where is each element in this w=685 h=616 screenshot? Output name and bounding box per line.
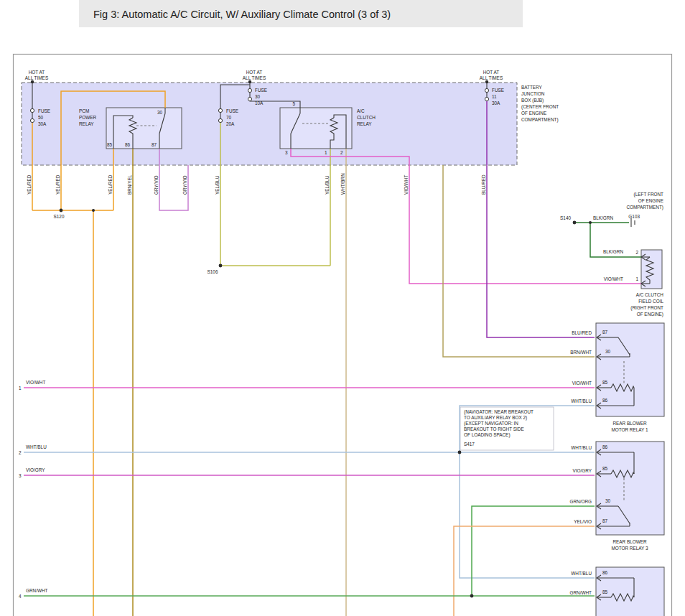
- ac-pin3: 3: [285, 150, 288, 155]
- pcm-pin86: 86: [125, 142, 131, 147]
- coil-wire2-label: BLK/GRN: [603, 249, 623, 254]
- fuse70-top: [218, 108, 222, 112]
- coil-pin2: 2: [635, 250, 638, 255]
- wiring-diagram: Fig 3: Automatic A/C Circuit, W/ Auxilia…: [0, 0, 685, 616]
- relayb-pin86: 86: [602, 570, 608, 575]
- hot3-line1: HOT AT: [483, 70, 500, 75]
- fuse70-label1: FUSE: [226, 108, 238, 113]
- note-line4: BREAKOUT TO RIGHT SIDE: [464, 426, 524, 431]
- relay3-wire-grn-org: GRN/ORG: [569, 499, 592, 504]
- fuse11-label3: 30A: [492, 101, 500, 106]
- wire-label-vio-wht: VIO/WHT: [404, 175, 409, 195]
- coil-wire1-label: VIO/WHT: [604, 276, 623, 281]
- splice-s140: S140: [560, 215, 571, 220]
- wire-label-brn-yel: BRN/YEL: [127, 174, 132, 195]
- fuse70-bottom: [218, 118, 222, 122]
- hot3-dot: [485, 80, 488, 83]
- relay1-pin85: 85: [602, 380, 608, 385]
- relay3-name2: MOTOR RELAY 3: [611, 546, 648, 551]
- wire-label-wht-brn: WHT/BRN: [340, 173, 345, 195]
- line3-num: 3: [19, 473, 22, 478]
- relay3-pin87: 87: [602, 518, 608, 523]
- fuse30-top: [248, 88, 251, 92]
- pcm-pin85: 85: [107, 142, 113, 147]
- note-line1: (NAVIGATOR: NEAR BREAKOUT: [464, 409, 533, 415]
- line4-num: 4: [19, 594, 22, 599]
- relay1-name2: MOTOR RELAY 1: [611, 427, 648, 432]
- wire-label-yel-red-1: YEL/RED: [27, 174, 32, 195]
- s120-dot: [60, 209, 63, 213]
- ac-pin1: 1: [325, 150, 327, 155]
- bjb-label3: BOX (BJB): [521, 98, 544, 103]
- coil-name3: (RIGHT FRONT: [630, 305, 663, 311]
- fuse11-bottom: [485, 97, 488, 101]
- fuse11-top: [485, 88, 488, 92]
- s120-branch-dot: [92, 209, 95, 212]
- fuse11-label2: 11: [492, 94, 497, 99]
- bjb-label2: JUNCTION: [521, 91, 545, 96]
- pcm-power-relay-box: [106, 108, 182, 149]
- ac-pin2: 2: [340, 150, 343, 155]
- hot2-dot: [248, 80, 251, 83]
- hot1-line2: ALL TIMES: [25, 75, 48, 80]
- fuse30-label1: FUSE: [255, 88, 267, 93]
- ground-wire-label: BLK/GRN: [593, 215, 613, 220]
- splice-s120: S120: [54, 214, 65, 219]
- line2-label: WHT/BLU: [26, 444, 47, 449]
- pcm-relay-label2: POWER: [79, 115, 97, 120]
- bjb-label1: BATTERY: [521, 85, 543, 90]
- fuse11-label1: FUSE: [492, 88, 504, 93]
- pcm-relay-label3: RELAY: [79, 121, 94, 126]
- fuse50-label2: 50: [38, 115, 44, 120]
- relayb-pin85: 85: [602, 589, 608, 594]
- ac-relay-label3: RELAY: [357, 121, 372, 126]
- hot1-line1: HOT AT: [29, 70, 45, 75]
- line3-label: VIO/GRY: [26, 467, 45, 472]
- line1-label: VIO/WHT: [26, 380, 45, 385]
- wire-label-gry-vio-1: GRY/VIO: [154, 175, 159, 195]
- relay3-pin85: 85: [602, 466, 608, 471]
- relay3-wire-wht-blu: WHT/BLU: [571, 445, 592, 450]
- ac-relay-label1: A/C: [357, 108, 365, 113]
- bjb-label4: (CENTER FRONT: [521, 104, 559, 110]
- relay1-wire-brn-wht: BRN/WHT: [570, 350, 592, 355]
- line4-label: GRN/WHT: [26, 588, 48, 593]
- coil-name4: OF ENGINE): [637, 312, 663, 317]
- relay3-wire-yel-vio: YEL/VIO: [574, 519, 592, 524]
- note-line3: (EXCEPT NAVIGATOR: IN: [464, 421, 518, 426]
- relayb-wire-wht-blu: WHT/BLU: [571, 571, 592, 576]
- ac-relay-label2: CLUTCH: [357, 115, 376, 120]
- coil-name2: FIELD COIL: [638, 299, 663, 304]
- pcm-relay-label1: PCM: [79, 108, 89, 113]
- relay1-wire-wht-blu: WHT/BLU: [571, 398, 592, 403]
- fuse50-top: [30, 108, 34, 112]
- wire-label-yel-blu-2: YEL/BLU: [325, 175, 330, 195]
- s140-dot: [573, 221, 577, 225]
- hot1-dot: [31, 80, 34, 83]
- relay1-wire-vio-wht: VIO/WHT: [572, 381, 592, 386]
- hot2-line2: ALL TIMES: [243, 75, 266, 80]
- relay3-wire-vio-gry: VIO/GRY: [572, 468, 592, 473]
- relay1-wire-blu-red: BLU/RED: [572, 330, 592, 335]
- fuse30-label2: 30: [255, 94, 261, 99]
- fuse30-bottom: [248, 97, 251, 101]
- fuse50-bottom: [30, 118, 34, 122]
- wire-label-yel-red-3: YEL/RED: [108, 174, 113, 195]
- line2-num: 2: [19, 450, 22, 455]
- bjb-label5: OF ENGINE: [521, 111, 546, 116]
- ground-loc3: COMPARTMENT): [626, 205, 663, 210]
- blk-grn-junction-dot: [589, 221, 592, 224]
- splice-s417: S417: [464, 442, 475, 447]
- fuse70-label2: 70: [226, 115, 232, 120]
- coil-pin1: 1: [635, 276, 638, 281]
- figure-title: Fig 3: Automatic A/C Circuit, W/ Auxilia…: [93, 9, 391, 20]
- wire-label-yel-blu-1: YEL/BLU: [215, 175, 220, 195]
- wire-label-yel-red-2: YEL/RED: [55, 174, 60, 195]
- relayb-wire-grn-wht: GRN/WHT: [569, 590, 592, 595]
- relay3-name1: REAR BLOWER: [612, 539, 647, 544]
- ground-loc2: OF ENGINE: [638, 198, 663, 203]
- pcm-pin30: 30: [157, 110, 163, 115]
- wire-label-gry-vio-2: GRY/VIO: [182, 175, 187, 195]
- ac-pin5: 5: [292, 101, 295, 106]
- relay1-name1: REAR BLOWER: [612, 421, 647, 426]
